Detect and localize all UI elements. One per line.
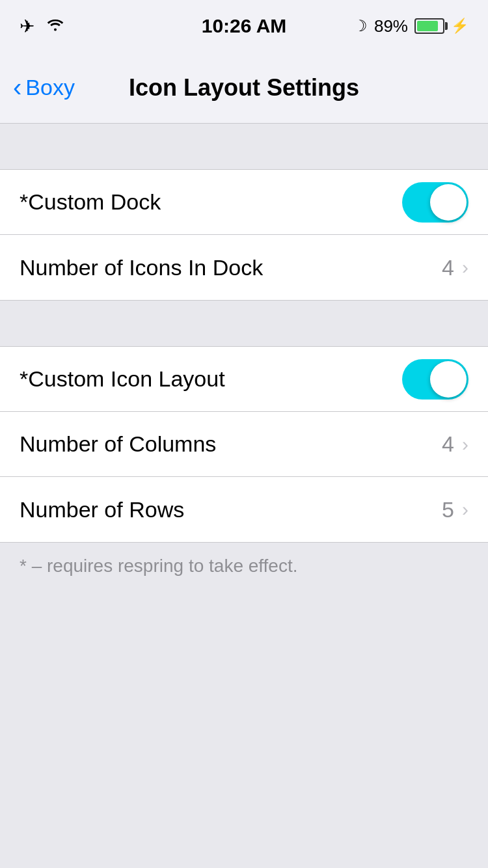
num-columns-chevron-icon: › [462, 433, 468, 455]
nav-bar: ‹ Boxy Icon Layout Settings [0, 52, 488, 124]
toggle-knob [430, 184, 467, 221]
custom-icon-layout-toggle[interactable] [402, 359, 468, 400]
battery-icon [414, 18, 444, 34]
num-columns-label: Number of Columns [20, 431, 216, 457]
content: *Custom Dock Number of Icons In Dock 4 ›… [0, 124, 488, 590]
icons-in-dock-right: 4 › [442, 255, 468, 280]
airplane-icon: ✈ [20, 16, 34, 37]
num-rows-chevron-icon: › [462, 498, 468, 521]
custom-dock-label: *Custom Dock [20, 189, 161, 215]
status-bar: ✈ 10:26 AM ☽ 89% ⚡ [0, 0, 488, 52]
back-label: Boxy [25, 75, 75, 100]
status-time: 10:26 AM [202, 15, 287, 37]
num-columns-right: 4 › [442, 431, 468, 457]
num-rows-right: 5 › [442, 497, 468, 522]
section2-spacer [0, 301, 488, 346]
wifi-icon [45, 16, 66, 36]
settings-group-layout: *Custom Icon Layout Number of Columns 4 … [0, 346, 488, 543]
settings-group-dock: *Custom Dock Number of Icons In Dock 4 › [0, 169, 488, 301]
icons-in-dock-value: 4 [442, 255, 454, 280]
icons-in-dock-chevron-icon: › [462, 256, 468, 278]
num-rows-row[interactable]: Number of Rows 5 › [0, 477, 488, 542]
battery-fill [417, 21, 438, 31]
bolt-icon: ⚡ [451, 18, 468, 34]
custom-dock-toggle[interactable] [402, 182, 468, 223]
num-rows-label: Number of Rows [20, 497, 184, 522]
custom-dock-row: *Custom Dock [0, 170, 488, 235]
page-title: Icon Layout Settings [129, 74, 359, 102]
status-left: ✈ [20, 16, 66, 37]
custom-icon-layout-label: *Custom Icon Layout [20, 366, 225, 392]
back-button[interactable]: ‹ Boxy [13, 75, 75, 100]
num-rows-value: 5 [442, 497, 454, 522]
moon-icon: ☽ [353, 17, 368, 35]
battery-container [414, 18, 444, 34]
num-columns-row[interactable]: Number of Columns 4 › [0, 412, 488, 477]
footer-note: * – requires respring to take effect. [0, 543, 488, 590]
status-right: ☽ 89% ⚡ [353, 16, 468, 36]
section1-spacer [0, 124, 488, 169]
icons-in-dock-label: Number of Icons In Dock [20, 255, 263, 280]
toggle-knob-2 [430, 361, 467, 398]
back-chevron-icon: ‹ [13, 74, 21, 100]
custom-icon-layout-row: *Custom Icon Layout [0, 347, 488, 412]
battery-percent: 89% [374, 16, 408, 36]
icons-in-dock-row[interactable]: Number of Icons In Dock 4 › [0, 235, 488, 300]
num-columns-value: 4 [442, 431, 454, 457]
